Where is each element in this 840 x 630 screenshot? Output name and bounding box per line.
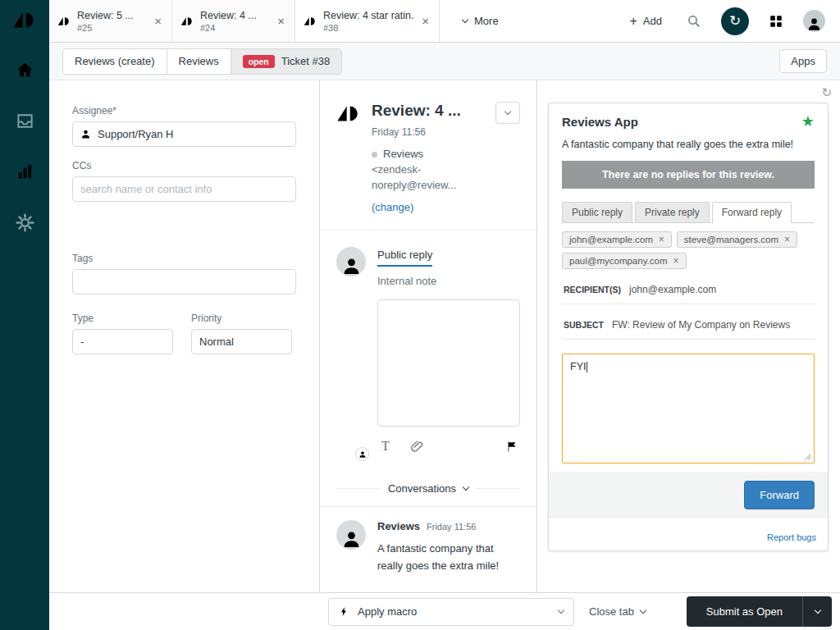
- forward-message-textarea[interactable]: FYI: [562, 354, 815, 463]
- recipient-chip[interactable]: steve@managers.com×: [677, 231, 797, 248]
- ticket-tab-24[interactable]: Review: 4 ... #24 ×: [172, 0, 295, 42]
- ticket-options-button[interactable]: [495, 102, 520, 124]
- more-tabs-button[interactable]: More: [440, 0, 522, 42]
- lightning-icon: [339, 605, 349, 618]
- close-icon[interactable]: ×: [420, 13, 431, 29]
- breadcrumb-ticket[interactable]: open Ticket #38: [231, 49, 342, 74]
- reply-type-tabs: Public reply Private reply Forward reply: [562, 202, 815, 223]
- tab-text: Review: 5 ... #25: [77, 10, 146, 33]
- tab-title: Review: 4 ...: [200, 10, 269, 21]
- recipients-label: RECIPIENT(S): [564, 285, 621, 294]
- chevron-down-icon: [558, 606, 564, 613]
- report-bugs-link[interactable]: Report bugs: [767, 532, 816, 542]
- tab-title: Review: 4 star ratin...: [323, 10, 413, 21]
- conversation-item: Reviews Friday 11:56 A fantastic company…: [320, 507, 536, 588]
- conversations-toggle[interactable]: Conversations: [320, 471, 536, 506]
- subject-label: SUBJECT: [564, 320, 604, 330]
- attachment-button[interactable]: [409, 438, 425, 454]
- tab-public-reply[interactable]: Public reply: [562, 202, 632, 222]
- person-icon: [806, 16, 822, 32]
- change-requester-link[interactable]: (change): [372, 200, 485, 216]
- ticket-icon: [180, 16, 194, 26]
- breadcrumb-reviews[interactable]: Reviews: [167, 49, 231, 74]
- tab-title: Review: 5 ...: [77, 10, 146, 21]
- type-label: Type: [72, 313, 173, 324]
- chip-label: john@example.com: [569, 235, 653, 244]
- segment-label: Reviews (create): [75, 55, 155, 67]
- ticket-panel: Review: 4 ... Friday 11:56 Reviews <zend…: [320, 80, 537, 592]
- sidebar-item-admin[interactable]: [0, 203, 49, 241]
- refresh-button[interactable]: ↻: [721, 7, 749, 35]
- apply-macro-select[interactable]: Apply macro: [328, 598, 574, 626]
- sidebar-item-home[interactable]: [0, 51, 49, 89]
- search-icon[interactable]: [687, 14, 701, 29]
- ccs-input[interactable]: [72, 176, 296, 202]
- type-field[interactable]: [72, 329, 173, 354]
- message-text: FYI: [570, 361, 586, 372]
- topbar-spacer: [522, 0, 630, 42]
- ticket-footer: Apply macro Close tab Submit as Open: [49, 592, 840, 630]
- channel-bullet-icon: [372, 152, 377, 158]
- chip-label: steve@managers.com: [684, 235, 778, 244]
- main-content: Assignee* Support/Ryan H CCs Tags Type P…: [49, 80, 840, 592]
- apps-refresh-icon[interactable]: ↻: [821, 85, 832, 100]
- ticket-tab-25[interactable]: Review: 5 ... #25 ×: [49, 0, 172, 42]
- breadcrumb-reviews-create[interactable]: Reviews (create): [63, 49, 167, 74]
- ticket-timestamp: Friday 11:56: [372, 126, 485, 138]
- submit-options-button[interactable]: [802, 596, 832, 627]
- tab-forward-reply[interactable]: Forward reply: [712, 202, 792, 223]
- sidebar-item-reporting[interactable]: [0, 153, 49, 190]
- apps-toggle-button[interactable]: Apps: [779, 49, 827, 73]
- ticket-channel-icon: [336, 102, 361, 215]
- ccs-label: CCs: [72, 160, 296, 171]
- zendesk-logo: [12, 11, 37, 30]
- chip-remove-icon[interactable]: ×: [659, 235, 664, 244]
- tab-internal-note[interactable]: Internal note: [377, 275, 520, 287]
- shortcuts-button[interactable]: [504, 438, 520, 454]
- close-icon[interactable]: ×: [276, 13, 286, 29]
- apply-macro-label: Apply macro: [358, 605, 417, 618]
- person-icon: [341, 529, 362, 550]
- reply-textarea[interactable]: [377, 299, 520, 427]
- apps-grid-icon[interactable]: [769, 14, 783, 29]
- assignee-value: Support/Ryan H: [98, 128, 174, 140]
- recipient-chip[interactable]: paul@mycompany.com×: [562, 253, 687, 269]
- no-replies-banner: There are no replies for this review.: [562, 161, 815, 189]
- tab-ticket-number: #38: [323, 23, 413, 33]
- close-tab-select[interactable]: Close tab: [589, 605, 646, 618]
- chevron-down-icon: [463, 484, 469, 491]
- recipient-chip[interactable]: john@example.com×: [562, 231, 672, 248]
- reports-icon: [16, 162, 34, 181]
- close-tab-label: Close tab: [589, 605, 634, 618]
- chip-remove-icon[interactable]: ×: [673, 256, 678, 266]
- ticket-tab-38-active[interactable]: Review: 4 star ratin... #38 ×: [295, 0, 440, 42]
- forward-actions: Forward: [549, 472, 828, 518]
- text-format-icon: T: [381, 439, 390, 454]
- ticket-icon: [57, 16, 71, 26]
- priority-field[interactable]: [191, 329, 292, 354]
- resize-grip-icon[interactable]: [804, 453, 812, 461]
- tab-private-reply[interactable]: Private reply: [635, 202, 710, 222]
- sidebar-item-views[interactable]: [0, 102, 49, 139]
- user-avatar[interactable]: [803, 10, 825, 32]
- gear-icon: [16, 213, 34, 232]
- tab-public-reply[interactable]: Public reply: [377, 249, 432, 267]
- chevron-down-icon: [640, 606, 646, 613]
- submit-button[interactable]: Submit as Open: [687, 596, 802, 627]
- close-icon[interactable]: ×: [153, 13, 163, 29]
- conversation-avatar: [336, 520, 366, 550]
- text-format-button[interactable]: T: [377, 438, 394, 454]
- forward-button[interactable]: Forward: [744, 481, 815, 509]
- add-button[interactable]: + Add: [630, 0, 662, 42]
- tags-input[interactable]: [72, 269, 296, 294]
- status-badge: open: [243, 55, 275, 68]
- reply-visibility-icon: [355, 447, 369, 461]
- reviews-app-title: Reviews App: [562, 115, 638, 129]
- refresh-icon: ↻: [729, 12, 741, 30]
- person-icon: [341, 256, 362, 276]
- segment-label: Reviews: [179, 55, 219, 67]
- assignee-field[interactable]: Support/Ryan H: [72, 121, 296, 147]
- ticket-title: Review: 4 ...: [372, 102, 485, 120]
- chip-remove-icon[interactable]: ×: [784, 235, 790, 244]
- recipient-chips: john@example.com× steve@managers.com× pa…: [562, 231, 815, 269]
